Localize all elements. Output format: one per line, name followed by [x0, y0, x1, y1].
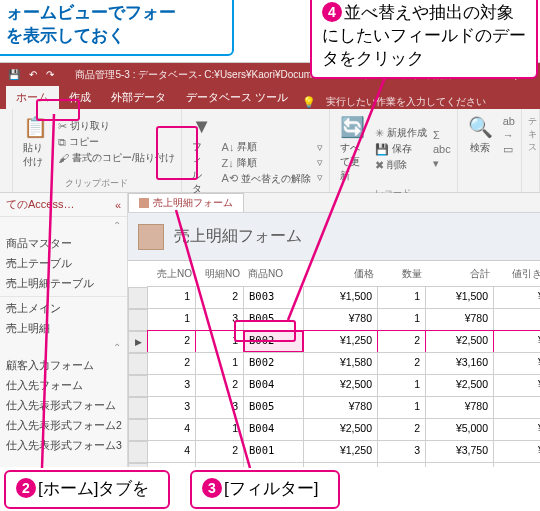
cell[interactable]: ¥2,500 — [303, 418, 378, 441]
nav-item[interactable]: 顧客入力フォーム — [0, 356, 127, 376]
nav-item[interactable]: 商品マスター — [0, 234, 127, 254]
table-row[interactable]: 42B001¥1,2503¥3,750¥3,188 — [128, 441, 540, 463]
cell[interactable]: 1 — [377, 462, 426, 467]
cell[interactable]: 4 — [147, 462, 196, 467]
cell[interactable]: ¥2,500 — [425, 330, 494, 353]
remove-sort-button[interactable]: A⟲並べ替えの解除 — [222, 172, 311, 186]
table-row[interactable]: 32B004¥2,5001¥2,500¥2,125 — [128, 375, 540, 397]
cell[interactable]: B003 — [243, 462, 304, 467]
cell[interactable]: ¥1,500 — [425, 286, 494, 309]
cell[interactable]: 1 — [195, 418, 244, 441]
table-row[interactable]: 33B005¥7801¥780¥663 — [128, 397, 540, 419]
cell[interactable]: ¥3,188 — [493, 440, 540, 463]
cell[interactable]: ¥780 — [303, 308, 378, 331]
cell[interactable]: 2 — [195, 440, 244, 463]
row-selector[interactable] — [128, 353, 148, 375]
cell[interactable]: ¥5,000 — [425, 418, 494, 441]
table-row[interactable]: ▶21B002¥1,2502¥2,500¥2,125 — [128, 331, 540, 353]
row-selector[interactable] — [128, 419, 148, 441]
column-header[interactable]: 売上NO — [148, 261, 196, 287]
cell[interactable]: ¥1,500 — [425, 462, 494, 467]
cell[interactable]: B002 — [243, 352, 304, 375]
cell[interactable]: 1 — [147, 286, 196, 309]
cell[interactable]: ¥1,275 — [493, 286, 540, 309]
nav-item[interactable]: 仕入先表形式フォーム3 — [0, 436, 127, 456]
form-tab[interactable]: 売上明細フォーム — [128, 193, 244, 212]
cell[interactable]: ¥3,750 — [425, 440, 494, 463]
column-header[interactable]: 合計 — [426, 261, 494, 287]
row-selector[interactable]: ▶ — [128, 331, 148, 353]
sort-desc-button[interactable]: Z↓降順 — [222, 156, 311, 170]
cell[interactable]: 2 — [195, 374, 244, 397]
new-record-button[interactable]: ✳新規作成 — [375, 126, 427, 140]
cell[interactable]: ¥2,500 — [303, 374, 378, 397]
cell[interactable]: 2 — [377, 418, 426, 441]
cell[interactable]: 2 — [377, 330, 426, 353]
row-selector[interactable] — [128, 309, 148, 331]
cell[interactable]: B003 — [243, 286, 304, 309]
cell[interactable]: 3 — [147, 374, 196, 397]
cell[interactable]: 2 — [147, 352, 196, 375]
redo-icon[interactable]: ↷ — [46, 69, 54, 80]
save-record-button[interactable]: 💾保存 — [375, 142, 427, 156]
cell[interactable]: 3 — [195, 308, 244, 331]
cell[interactable]: 1 — [195, 352, 244, 375]
nav-section-tables[interactable]: ⌃ — [0, 217, 127, 234]
cell[interactable]: 4 — [147, 418, 196, 441]
cell[interactable]: ¥780 — [425, 396, 494, 419]
replace-button[interactable]: ab — [503, 115, 515, 127]
column-header[interactable]: 数量 — [378, 261, 426, 287]
tab-database-tools[interactable]: データベース ツール — [176, 86, 298, 109]
cell[interactable]: ¥780 — [425, 308, 494, 331]
cell[interactable]: 2 — [195, 286, 244, 309]
cell[interactable]: ¥2,125 — [493, 374, 540, 397]
cell[interactable]: ¥1,500 — [303, 462, 378, 467]
undo-icon[interactable]: ↶ — [29, 69, 37, 80]
column-header[interactable] — [128, 261, 148, 287]
cell[interactable]: B005 — [243, 396, 304, 419]
cell[interactable]: 1 — [377, 374, 426, 397]
cell[interactable]: ¥1,500 — [303, 286, 378, 309]
spelling-button[interactable]: abc — [433, 143, 451, 155]
table-row[interactable]: 12B003¥1,5001¥1,500¥1,275 — [128, 287, 540, 309]
refresh-all-button[interactable]: 🔄 すべて更新 — [336, 113, 369, 185]
nav-item[interactable]: 仕入先フォーム — [0, 376, 127, 396]
save-icon[interactable]: 💾 — [8, 69, 20, 80]
cell[interactable]: ¥1,275 — [493, 462, 540, 467]
cell[interactable]: ¥4,250 — [493, 418, 540, 441]
tab-home[interactable]: ホーム — [6, 86, 59, 109]
table-row[interactable]: 21B002¥1,5802¥3,160¥2,686 — [128, 353, 540, 375]
quick-access-toolbar[interactable]: 💾 ↶ ↷ = — [8, 63, 67, 87]
tell-me-input[interactable]: 実行したい作業を入力してください — [326, 95, 486, 109]
cell[interactable]: B002 — [243, 330, 304, 353]
column-header[interactable]: 価格 — [304, 261, 378, 287]
toggle-filter[interactable]: ▿ — [317, 171, 323, 184]
nav-header[interactable]: てのAccess…« — [0, 193, 127, 217]
cell[interactable]: B004 — [243, 374, 304, 397]
tab-external-data[interactable]: 外部データ — [101, 86, 176, 109]
cell[interactable]: ¥780 — [303, 396, 378, 419]
view-button[interactable] — [6, 113, 13, 117]
cell[interactable]: 3 — [147, 396, 196, 419]
cell[interactable]: ¥663 — [493, 308, 540, 331]
row-selector[interactable] — [128, 375, 148, 397]
column-header[interactable]: 明細NO — [196, 261, 244, 287]
cell[interactable]: 2 — [377, 352, 426, 375]
cell[interactable]: ¥1,580 — [303, 352, 378, 375]
cell[interactable]: 1 — [195, 330, 244, 353]
cell[interactable]: 3 — [195, 396, 244, 419]
cell[interactable]: B001 — [243, 440, 304, 463]
paste-button[interactable]: 📋 貼り付け — [19, 113, 52, 171]
nav-item[interactable]: 売上テーブル — [0, 254, 127, 274]
cell[interactable]: B005 — [243, 308, 304, 331]
cell[interactable]: ¥1,250 — [303, 330, 378, 353]
cell[interactable]: 3 — [195, 462, 244, 467]
nav-item[interactable]: 仕入先表形式フォーム — [0, 396, 127, 416]
totals-button[interactable]: Σ — [433, 129, 451, 141]
cell[interactable]: 1 — [147, 308, 196, 331]
cell[interactable]: ¥3,160 — [425, 352, 494, 375]
nav-item[interactable]: 売上明細 — [0, 319, 127, 339]
chevron-left-icon[interactable]: « — [115, 199, 121, 211]
more-button[interactable]: ▾ — [433, 157, 451, 170]
find-button[interactable]: 🔍 検索 — [464, 113, 497, 157]
